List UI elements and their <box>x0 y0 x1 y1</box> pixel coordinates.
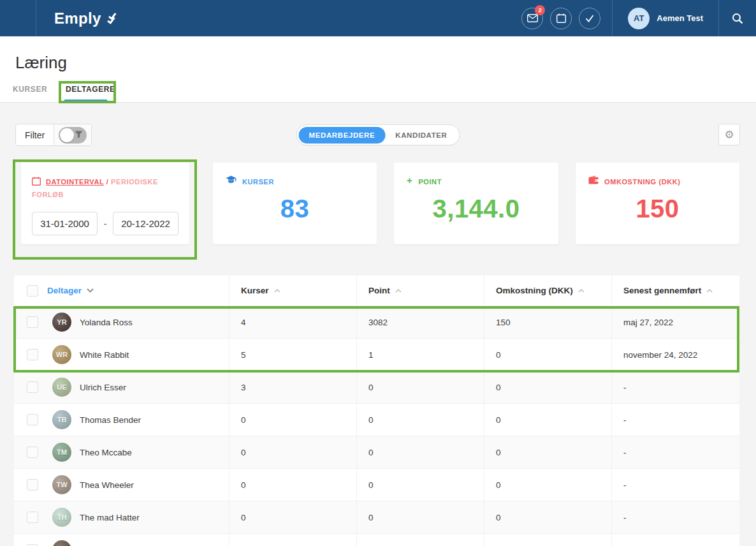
cell-kurser: 3 <box>229 371 356 403</box>
row-checkbox[interactable] <box>27 479 38 491</box>
table-row[interactable]: UE Ulrich Esser 3 0 0 - <box>14 371 739 404</box>
cell-omkostning: 0 <box>484 469 611 501</box>
navbar-icon-group: 2 <box>510 0 612 36</box>
cell-omkostning <box>484 534 611 546</box>
segment-kandidater[interactable]: KANDIDATER <box>385 127 457 144</box>
cell-senest: november 24, 2022 <box>611 339 739 371</box>
cell-deltager: TM Theo Mccabe <box>14 436 229 468</box>
cell-deltager: UE Ulrich Esser <box>14 371 229 403</box>
table-body: YR Yolanda Ross 4 3082 150 maj 27, 2022 … <box>14 306 739 546</box>
cell-deltager: TB Thomas Bender <box>14 404 229 436</box>
cell-senest: - <box>611 436 739 468</box>
row-checkbox[interactable] <box>27 316 38 328</box>
cell-deltager: TH The mad Hatter <box>14 501 229 533</box>
cell-point: 0 <box>356 404 484 436</box>
avatar <box>52 540 71 546</box>
settings-button[interactable]: ⚙ <box>718 124 740 145</box>
header-label: Deltager <box>47 286 82 295</box>
row-checkbox[interactable] <box>27 446 38 458</box>
gear-icon: ⚙ <box>724 129 734 140</box>
tab-kurser[interactable]: KURSER <box>13 85 47 94</box>
header-point[interactable]: Point <box>356 276 484 306</box>
card-kurser: KURSER 83 <box>213 163 377 244</box>
row-checkbox[interactable] <box>27 512 38 523</box>
header-deltager[interactable]: Deltager <box>14 276 229 306</box>
cell-senest: - <box>611 501 739 533</box>
row-name: Theo Mccabe <box>80 448 132 457</box>
active-tab-underline <box>64 100 107 102</box>
filter-toggle[interactable] <box>54 124 91 145</box>
header-label: Point <box>368 286 390 295</box>
date-to-input[interactable]: 20-12-2022 <box>113 212 178 235</box>
avatar: UE <box>52 378 71 397</box>
cell-senest: maj 27, 2022 <box>611 306 739 338</box>
cell-point: 0 <box>356 436 484 468</box>
avatar: YR <box>52 313 71 332</box>
card-dateinterval: DATOINTERVAL / PERIODISKE FORLØB 31-01-2… <box>21 163 189 244</box>
check-icon <box>585 15 594 22</box>
plus-icon: + <box>407 175 412 186</box>
card-dateinterval-header: DATOINTERVAL / PERIODISKE FORLØB <box>32 175 178 201</box>
caret-up-icon <box>274 289 280 293</box>
avatar: TH <box>52 508 71 527</box>
card-omkostning-label: OMKOSTNING (DKK) <box>604 175 681 188</box>
cell-senest: - <box>611 469 739 501</box>
card-point: + POINT 3,144.0 <box>394 163 558 244</box>
tab-deltagere[interactable]: DELTAGERE <box>66 85 115 94</box>
graduation-cap-icon <box>226 175 236 185</box>
user-menu[interactable]: AT Aemen Test <box>613 0 718 36</box>
table-row[interactable]: YR Yolanda Ross 4 3082 150 maj 27, 2022 <box>14 306 739 339</box>
calendar-icon <box>32 177 41 186</box>
cell-omkostning: 0 <box>484 371 611 403</box>
cell-point: 0 <box>356 469 484 501</box>
cell-kurser: 0 <box>229 469 356 501</box>
user-name: Aemen Test <box>657 13 703 23</box>
caret-up-icon <box>395 289 402 293</box>
row-name: Ulrich Esser <box>80 383 126 392</box>
header-kurser[interactable]: Kurser <box>229 276 356 306</box>
table-row[interactable]: TM Theo Mccabe 0 0 0 - <box>14 436 739 469</box>
search-button[interactable] <box>719 0 756 36</box>
header-senest-gennemfort[interactable]: Senest gennemført <box>611 276 739 306</box>
cell-kurser <box>229 534 356 546</box>
caret-up-icon <box>706 289 713 293</box>
header-label: Omkostning (DKK) <box>496 286 573 295</box>
date-from-input[interactable]: 31-01-2000 <box>32 212 98 235</box>
messages-button[interactable]: 2 <box>521 8 543 29</box>
card-kurser-label: KURSER <box>242 175 274 188</box>
header-omkostning[interactable]: Omkostning (DKK) <box>484 276 611 306</box>
table-row[interactable]: TH The mad Hatter 0 0 0 - <box>14 501 739 534</box>
cell-omkostning: 0 <box>484 404 611 436</box>
row-checkbox[interactable] <box>27 381 38 393</box>
menu-button[interactable] <box>0 0 36 36</box>
cell-senest: - <box>611 371 739 403</box>
dateinterval-link[interactable]: DATOINTERVAL <box>46 178 104 186</box>
funnel-icon <box>75 131 83 139</box>
select-all-checkbox[interactable] <box>27 285 38 297</box>
wallet-icon <box>588 175 599 184</box>
cell-kurser: 0 <box>229 404 356 436</box>
brand-logo[interactable]: Emply <box>36 0 119 36</box>
cell-kurser: 0 <box>229 501 356 533</box>
calendar-button[interactable] <box>550 8 572 29</box>
tasks-button[interactable] <box>579 8 600 29</box>
segment-medarbejdere[interactable]: MEDARBEJDERE <box>299 127 386 144</box>
emply-app: Emply 2 <box>0 0 756 546</box>
participants-table: Deltager Kurser Point Omkostning (DKK) <box>14 276 739 546</box>
calendar-icon <box>556 13 566 23</box>
cell-point: 1 <box>356 339 484 371</box>
dateinterval-separator: / <box>106 178 109 186</box>
chevron-down-icon <box>87 288 94 293</box>
card-point-value: 3,144.0 <box>407 195 546 223</box>
page-title: Læring <box>15 53 67 73</box>
row-checkbox[interactable] <box>27 349 38 360</box>
toggle-pill <box>59 127 87 144</box>
cell-kurser: 0 <box>229 436 356 468</box>
row-checkbox[interactable] <box>27 414 38 425</box>
table-row[interactable]: WR White Rabbit 5 1 0 november 24, 2022 <box>14 339 739 371</box>
search-icon <box>732 13 743 24</box>
table-row[interactable]: TB Thomas Bender 0 0 0 - <box>14 404 739 436</box>
table-row[interactable]: TW Thea Wheeler 0 0 0 - <box>14 469 739 501</box>
table-row[interactable] <box>14 534 739 546</box>
cell-deltager: TW Thea Wheeler <box>14 469 229 501</box>
